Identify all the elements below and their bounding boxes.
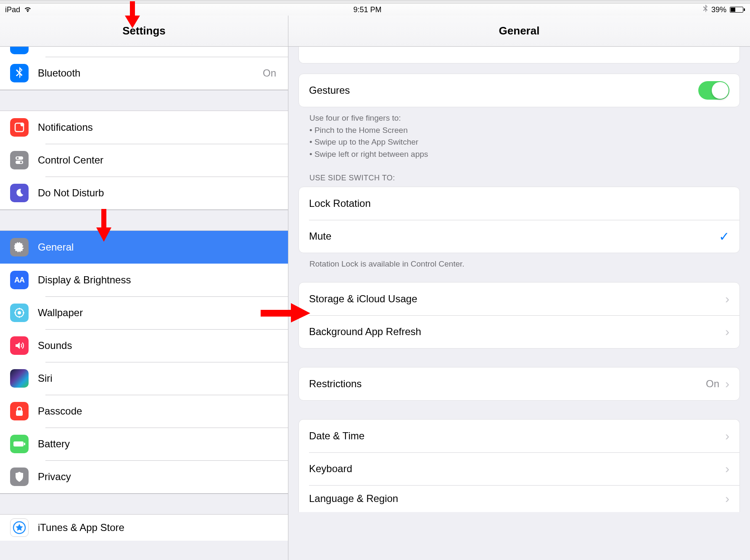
status-bar: iPad 9:51 PM 39% <box>0 4 750 16</box>
sidebar-item-label: Bluetooth <box>38 67 263 79</box>
sidebar-item-label: Privacy <box>38 471 288 483</box>
detail-pane: General Gestures Use four or five finger… <box>288 16 750 560</box>
sidebar-item-dnd[interactable]: Do Not Disturb <box>0 177 288 209</box>
dnd-icon <box>10 184 29 202</box>
passcode-icon <box>10 402 29 420</box>
sidebar-item-display[interactable]: AA Display & Brightness <box>0 264 288 296</box>
row-label: Storage & iCloud Usage <box>309 293 725 305</box>
sidebar-title: Settings <box>0 16 288 47</box>
row-value: On <box>706 378 719 390</box>
general-icon <box>10 238 29 256</box>
chevron-right-icon: › <box>725 325 729 339</box>
sidebar-item-label: Do Not Disturb <box>38 187 288 199</box>
chevron-right-icon: › <box>725 491 729 506</box>
row-label: Lock Rotation <box>309 198 729 209</box>
gestures-bullet: Swipe left or right between apps <box>314 150 428 158</box>
sidebar-item-label: Siri <box>38 372 288 384</box>
bluetooth-icon <box>10 64 29 82</box>
sidebar-item-label: Wallpaper <box>38 307 288 319</box>
row-lock-rotation[interactable]: Lock Rotation <box>299 187 739 220</box>
sidebar-item-wallpaper[interactable]: Wallpaper <box>0 296 288 329</box>
battery-settings-icon <box>10 435 29 453</box>
row-keyboard[interactable]: Keyboard › <box>299 452 739 485</box>
sidebar-item-siri[interactable]: Siri <box>0 362 288 395</box>
side-switch-header: USE SIDE SWITCH TO: <box>298 162 740 187</box>
chevron-right-icon: › <box>725 462 729 476</box>
row-label: Background App Refresh <box>309 326 725 338</box>
sidebar-item-truncated[interactable] <box>0 47 288 57</box>
sidebar-item-label: Sounds <box>38 340 288 351</box>
gestures-toggle[interactable] <box>698 81 729 100</box>
sidebar-item-label: Control Center <box>38 154 288 166</box>
sidebar-item-control-center[interactable]: Control Center <box>0 144 288 177</box>
row-label: Keyboard <box>309 463 725 475</box>
sidebar-item-label: General <box>38 241 288 253</box>
sounds-icon <box>10 336 29 355</box>
prev-item-icon <box>10 47 29 54</box>
gestures-footer-intro: Use four or five fingers to: <box>309 112 729 124</box>
row-background-refresh[interactable]: Background App Refresh › <box>299 315 739 348</box>
sidebar-item-itunes[interactable]: iTunes & App Store <box>0 515 288 541</box>
battery-icon <box>730 7 745 13</box>
sidebar-item-label: Display & Brightness <box>38 274 288 286</box>
previous-group-slice <box>298 47 740 63</box>
svg-rect-17 <box>13 441 24 446</box>
sidebar-item-sounds[interactable]: Sounds <box>0 329 288 362</box>
window-chrome-strip <box>0 0 750 4</box>
appstore-icon <box>10 518 29 537</box>
display-icon: AA <box>10 271 29 289</box>
row-label: Mute <box>309 230 719 242</box>
sidebar-item-detail: On <box>263 67 288 79</box>
bluetooth-icon <box>703 5 708 15</box>
privacy-icon <box>10 468 29 486</box>
sidebar-item-passcode[interactable]: Passcode <box>0 395 288 428</box>
gestures-footer: Use four or five fingers to: • Pinch to … <box>298 107 740 162</box>
sidebar-item-label: Passcode <box>38 405 288 417</box>
chevron-right-icon: › <box>725 377 729 391</box>
wifi-icon <box>24 5 32 14</box>
row-language-region[interactable]: Language & Region › <box>299 485 739 512</box>
row-gestures[interactable]: Gestures <box>299 74 739 107</box>
gestures-bullet: Pinch to the Home Screen <box>314 126 408 135</box>
siri-icon <box>10 369 29 388</box>
wallpaper-icon <box>10 304 29 322</box>
gestures-bullet: Swipe up to the App Switcher <box>314 137 418 146</box>
checkmark-icon: ✓ <box>719 229 729 244</box>
control-center-icon <box>10 151 29 169</box>
device-name: iPad <box>5 5 20 14</box>
sidebar-item-label: iTunes & App Store <box>38 522 288 534</box>
svg-point-5 <box>17 157 19 159</box>
chevron-right-icon: › <box>725 292 729 306</box>
side-switch-footer: Rotation Lock is available in Control Ce… <box>298 253 740 272</box>
svg-rect-16 <box>16 410 23 416</box>
sidebar-item-label: Notifications <box>38 122 288 133</box>
chevron-right-icon: › <box>725 429 729 443</box>
battery-percent: 39% <box>711 5 726 14</box>
row-date-time[interactable]: Date & Time › <box>299 420 739 452</box>
sidebar-item-general[interactable]: General <box>0 231 288 264</box>
svg-point-3 <box>21 123 24 127</box>
sidebar-item-notifications[interactable]: Notifications <box>0 111 288 144</box>
sidebar-item-bluetooth[interactable]: Bluetooth On <box>0 57 288 90</box>
row-label: Language & Region <box>309 493 725 505</box>
row-mute[interactable]: Mute ✓ <box>299 220 739 253</box>
row-label: Date & Time <box>309 430 725 442</box>
row-storage[interactable]: Storage & iCloud Usage › <box>299 283 739 315</box>
svg-point-11 <box>18 311 21 314</box>
settings-sidebar: Settings Bluetooth On <box>0 16 288 560</box>
row-label: Restrictions <box>309 378 706 390</box>
svg-point-7 <box>20 161 22 164</box>
clock: 9:51 PM <box>353 5 381 14</box>
svg-rect-18 <box>24 443 25 445</box>
notifications-icon <box>10 118 29 137</box>
row-restrictions[interactable]: Restrictions On › <box>299 367 739 400</box>
detail-title: General <box>288 16 750 47</box>
sidebar-item-battery[interactable]: Battery <box>0 428 288 460</box>
sidebar-item-privacy[interactable]: Privacy <box>0 460 288 493</box>
sidebar-item-label: Battery <box>38 438 288 450</box>
row-label: Gestures <box>309 85 698 96</box>
